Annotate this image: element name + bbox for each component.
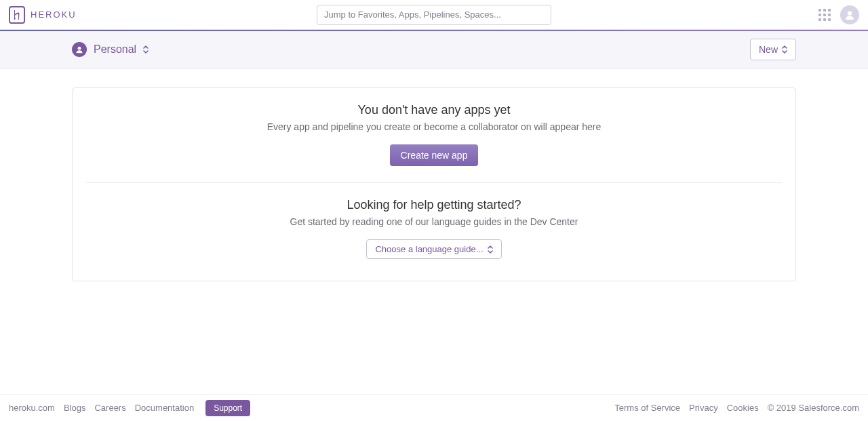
choose-language-guide-button[interactable]: Choose a language guide...: [366, 239, 501, 259]
new-button[interactable]: New: [750, 39, 796, 60]
chevrons-up-down-icon: [488, 245, 493, 254]
footer-link-documentation[interactable]: Documentation: [135, 403, 194, 413]
divider: [86, 182, 782, 183]
footer-link-blogs[interactable]: Blogs: [64, 403, 86, 413]
empty-state-subtitle: Every app and pipeline you create or bec…: [86, 121, 782, 132]
global-search: [317, 5, 551, 25]
create-new-app-button[interactable]: Create new app: [390, 144, 479, 166]
empty-state-title: You don't have any apps yet: [86, 103, 782, 117]
empty-state-card: You don't have any apps yet Every app an…: [72, 87, 796, 281]
footer-link-heroku[interactable]: heroku.com: [9, 403, 55, 413]
user-avatar[interactable]: [840, 5, 859, 24]
footer-link-terms[interactable]: Terms of Service: [614, 403, 680, 413]
chevrons-up-down-icon: [782, 45, 787, 54]
support-button[interactable]: Support: [205, 400, 250, 416]
footer-left-links: heroku.com Blogs Careers Documentation S…: [9, 400, 250, 416]
org-name: Personal: [94, 43, 136, 56]
heroku-logo-link[interactable]: HEROKU: [9, 6, 77, 24]
copyright-text: © 2019 Salesforce.com: [768, 403, 859, 413]
help-title: Looking for help getting started?: [86, 198, 782, 212]
context-bar: Personal New: [0, 31, 868, 68]
footer-right-links: Terms of Service Privacy Cookies © 2019 …: [614, 403, 859, 413]
help-subtitle: Get started by reading one of our langua…: [86, 216, 782, 227]
search-input[interactable]: [317, 5, 551, 25]
footer-link-cookies[interactable]: Cookies: [727, 403, 759, 413]
heroku-logo-text: HEROKU: [31, 9, 77, 20]
footer-link-careers[interactable]: Careers: [94, 403, 125, 413]
org-switcher[interactable]: Personal: [72, 42, 149, 57]
svg-point-0: [848, 11, 852, 15]
footer-link-privacy[interactable]: Privacy: [689, 403, 718, 413]
heroku-logo-icon: [9, 6, 25, 24]
topbar: HEROKU: [0, 0, 868, 30]
svg-point-1: [78, 47, 81, 50]
person-icon: [72, 42, 87, 57]
main-content: You don't have any apps yet Every app an…: [0, 68, 868, 394]
choose-language-guide-label: Choose a language guide...: [375, 244, 483, 254]
apps-launcher-icon[interactable]: [818, 9, 831, 21]
new-button-label: New: [759, 44, 778, 55]
topbar-right: [818, 5, 859, 24]
chevrons-up-down-icon: [143, 45, 149, 54]
footer: heroku.com Blogs Careers Documentation S…: [0, 394, 868, 421]
